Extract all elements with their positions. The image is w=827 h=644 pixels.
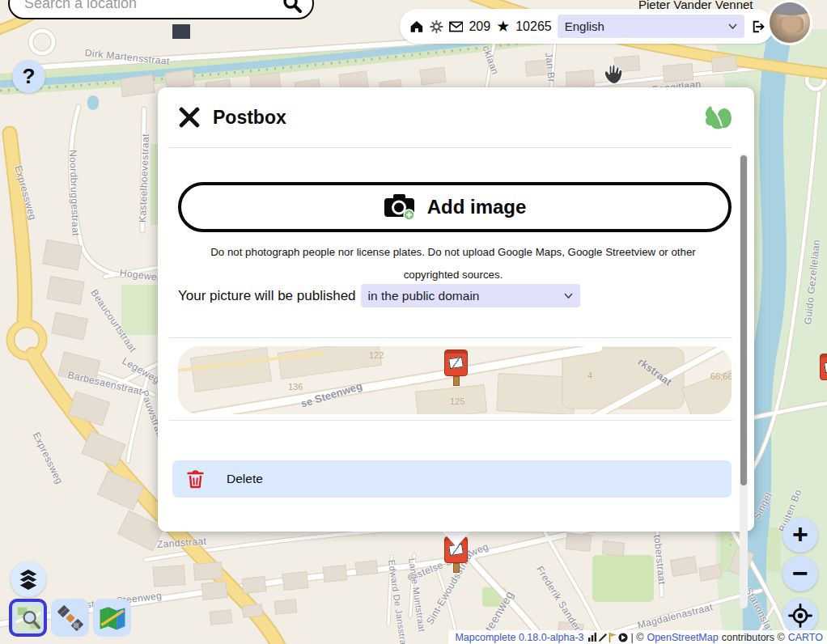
search-icon[interactable] <box>282 0 303 14</box>
user-toolbar: 209 ★ 10265 English <box>400 9 774 44</box>
basemap-style-satellite-button[interactable] <box>51 599 89 637</box>
trash-icon <box>187 469 204 489</box>
chevron-down-icon <box>728 23 737 29</box>
help-label: ? <box>23 64 36 89</box>
home-icon[interactable] <box>409 19 424 34</box>
add-image-button[interactable]: Add image <box>178 182 732 232</box>
contributors-text: contributors © <box>722 632 785 643</box>
mapcomplete-logo <box>702 104 733 131</box>
postbox-body <box>444 350 468 376</box>
gear-icon[interactable] <box>430 19 443 34</box>
license-value: in the public domain <box>368 289 480 303</box>
dialog-pointer <box>441 530 472 547</box>
zoom-out-button[interactable]: − <box>782 556 818 591</box>
housenumber: 122 <box>369 350 384 360</box>
osm-carto-icon <box>14 604 43 633</box>
basemap-style-map-button[interactable] <box>93 599 131 637</box>
basemap-style-osm-button[interactable] <box>9 599 47 637</box>
divider <box>169 337 732 338</box>
layers-icon <box>16 567 40 591</box>
avatar[interactable] <box>767 0 812 45</box>
dialog-title: Postbox <box>213 107 286 129</box>
license-prefix: Your picture will be published <box>178 288 356 304</box>
housenumber: 4 <box>587 371 592 380</box>
attribution-separator: | © <box>631 632 644 643</box>
osm-link[interactable]: OpenStreetMap <box>647 632 718 643</box>
carto-link[interactable]: CARTO <box>788 632 823 643</box>
star-icon: ★ <box>496 19 510 34</box>
help-button[interactable]: ? <box>12 60 45 93</box>
housenumber: 136 <box>288 382 303 392</box>
messages-icon[interactable] <box>449 21 464 32</box>
camera-icon <box>384 193 416 221</box>
envelope-glyph <box>824 361 827 373</box>
scrollbar-thumb[interactable] <box>740 155 747 485</box>
flag-icon <box>609 633 617 642</box>
plus-icon: + <box>792 520 808 548</box>
close-icon[interactable] <box>179 107 200 128</box>
logout-icon[interactable] <box>750 19 766 35</box>
mapcomplete-app: Dirk Martensstraat Noordbruggestraat Kas… <box>0 0 827 644</box>
hand-cursor-icon <box>602 63 625 87</box>
zoom-in-button[interactable]: + <box>782 517 818 553</box>
dialog-scrollbar[interactable] <box>740 154 748 608</box>
add-image-label: Add image <box>427 196 527 218</box>
attribution-icons <box>587 633 628 642</box>
postbox-dialog: Postbox Add image Do not photograph peop… <box>158 87 754 532</box>
license-select[interactable]: in the public domain <box>361 284 580 307</box>
photo-license-note: Do not photograph people nor license pla… <box>182 241 724 286</box>
geolocate-icon <box>788 604 812 628</box>
postbox-pole <box>453 376 460 386</box>
postbox-marker-partial[interactable] <box>820 354 827 390</box>
envelope-glyph <box>448 357 464 369</box>
delete-button[interactable]: Delete <box>172 460 732 498</box>
search-input[interactable] <box>23 0 282 13</box>
map-icon <box>98 604 127 633</box>
language-select[interactable]: English <box>558 15 745 38</box>
messages-count: 209 <box>469 19 490 34</box>
dialog-header: Postbox <box>158 87 754 147</box>
stars-count: 10265 <box>515 19 552 34</box>
delete-label: Delete <box>227 472 263 486</box>
feature-minimap[interactable]: 122 136 125 4 66;66 se Steenweg rkstraat <box>178 346 732 414</box>
pencil-icon <box>598 633 608 642</box>
mapcomplete-version-link[interactable]: Mapcomplete 0.18.0-alpha-3 <box>455 632 583 643</box>
search-bar[interactable] <box>8 0 314 19</box>
minus-icon: − <box>792 559 808 587</box>
layers-button[interactable] <box>11 561 46 597</box>
chevron-down-icon <box>564 293 573 299</box>
license-row: Your picture will be published in the pu… <box>178 284 736 307</box>
geolocate-button[interactable] <box>782 598 818 633</box>
divider <box>169 420 732 421</box>
postbox-body <box>820 354 827 380</box>
community-icon <box>618 633 628 642</box>
language-value: English <box>565 19 604 33</box>
housenumber: 125 <box>450 396 464 406</box>
postbox-marker-mini[interactable] <box>444 350 468 386</box>
postbox-pole <box>453 563 460 573</box>
attribution-bar: Mapcomplete 0.18.0-alpha-3 | © OpenStree… <box>448 630 827 644</box>
user-stats-icon <box>587 633 597 642</box>
housenumber: 66;66 <box>710 371 732 381</box>
satellite-icon <box>57 604 84 632</box>
divider <box>169 147 732 148</box>
